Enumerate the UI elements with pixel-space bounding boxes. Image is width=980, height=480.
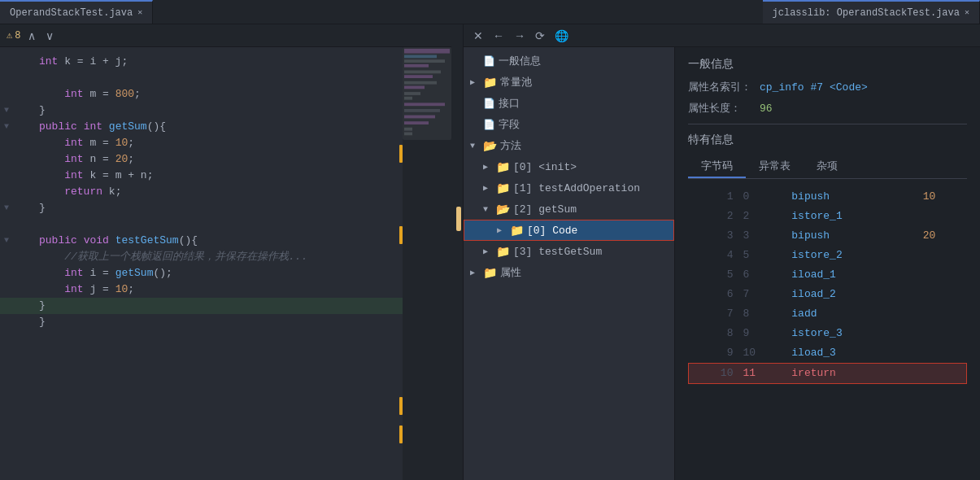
tab-misc[interactable]: 杂项 [804, 155, 851, 178]
scrollbar-thumb[interactable] [456, 207, 461, 231]
tree-item-general[interactable]: 📄 一般信息 [464, 50, 674, 72]
tab-editor-close[interactable]: ✕ [137, 9, 142, 17]
bc-row-4: 4 5 istore_2 [689, 246, 967, 265]
tree-label-testaddop: [1] testAddOperation [513, 182, 640, 194]
fold-btn-12[interactable]: ▼ [0, 233, 13, 249]
code-content-17: } [33, 314, 403, 330]
tab-exception-table[interactable]: 异常表 [746, 155, 804, 178]
jclasslib-body: 📄 一般信息 ▶ 📁 常量池 📄 接口 � [464, 47, 980, 480]
code-line-1: int k = i + j; [0, 54, 403, 70]
file-icon-interface: 📄 [483, 98, 495, 110]
tree-arrow-attrs: ▶ [470, 268, 480, 277]
folder-icon-testaddop: 📁 [496, 181, 510, 195]
forward-button[interactable]: → [512, 30, 527, 41]
code-line-3: int m = 800; [0, 86, 403, 103]
code-content-12: public void testGetSum(){ [33, 233, 403, 249]
tree-label-fields: 字段 [499, 117, 520, 132]
bc-row-6: 6 7 iload_2 [689, 285, 967, 304]
fold-btn-5[interactable]: ▼ [0, 119, 13, 135]
tree-arrow-testgetsum: ▶ [483, 247, 493, 256]
tab-editor-label: OperandStackTest.java [10, 7, 133, 19]
bc-instr-10: ireturn [786, 364, 917, 384]
bc-arg-10 [918, 364, 967, 384]
tab-bar: OperandStackTest.java ✕ jclasslib: Opera… [0, 0, 980, 24]
web-button[interactable]: 🌐 [553, 30, 570, 41]
code-content-11 [33, 216, 403, 233]
tree-item-getsum[interactable]: ▼ 📂 [2] getSum [464, 199, 674, 220]
bc-linenum-10: 10 [689, 364, 738, 384]
prev-warning-button[interactable]: ∧ [25, 29, 38, 42]
section-divider [688, 124, 967, 124]
tree-item-testaddop[interactable]: ▶ 📁 [1] testAddOperation [464, 177, 674, 199]
tree-item-interface[interactable]: 📄 接口 [464, 93, 674, 114]
bc-instr-5: iload_1 [786, 265, 917, 285]
tree-arrow-init: ▶ [483, 162, 493, 172]
bc-arg-4 [918, 246, 967, 265]
tree-item-attrs[interactable]: ▶ 📁 属性 [464, 262, 674, 283]
tree-label-constants: 常量池 [500, 75, 532, 89]
code-line-8: int k = m + n; [0, 168, 403, 184]
bc-offset-5: 6 [738, 265, 786, 285]
tree-item-fields[interactable]: 📄 字段 [464, 114, 674, 135]
tree-arrow-getsum: ▼ [483, 205, 493, 214]
main-area: ⚠ 8 ∧ ∨ int k = i + j; int m = 800; [0, 24, 980, 480]
tab-bytecode[interactable]: 字节码 [688, 155, 746, 178]
folder-icon-getsum: 📂 [496, 203, 510, 216]
code-line-15: int j = 10; [0, 281, 403, 298]
code-line-17: } [0, 314, 403, 330]
close-button[interactable]: ✕ [472, 30, 485, 41]
bc-arg-6 [918, 285, 967, 304]
bc-arg-5 [918, 265, 967, 285]
tree-label-methods: 方法 [500, 138, 521, 153]
code-content-16: } [33, 298, 403, 314]
code-line-13: //获取上一个栈帧返回的结果，并保存在操作栈... [0, 249, 403, 265]
warning-count: 8 [15, 30, 20, 41]
bc-linenum-5: 5 [689, 265, 738, 285]
tree-arrow-methods: ▼ [470, 142, 480, 151]
code-content-7: int n = 20; [33, 151, 403, 168]
bc-linenum-8: 8 [689, 324, 738, 343]
tree-item-methods[interactable]: ▼ 📂 方法 [464, 135, 674, 156]
warning-icon: ⚠ [7, 29, 12, 41]
special-info-title: 特有信息 [688, 133, 967, 147]
tree-item-code[interactable]: ▶ 📁 [0] Code [464, 220, 674, 241]
scrollbar-track[interactable] [451, 24, 463, 480]
bytecode-table: 1 0 bipush 10 2 2 istore_1 3 [688, 187, 967, 384]
fold-btn-10[interactable]: ▼ [0, 200, 13, 216]
tree-item-constants[interactable]: ▶ 📁 常量池 [464, 72, 674, 93]
code-content-13: //获取上一个栈帧返回的结果，并保存在操作栈... [33, 249, 403, 265]
jclasslib-pane: ✕ ← → ⟳ 🌐 📄 一般信息 ▶ 📁 常量池 [464, 24, 980, 480]
folder-icon-init: 📁 [496, 160, 510, 174]
code-line-16: } [0, 298, 403, 314]
tree-item-testgetsum[interactable]: ▶ 📁 [3] testGetSum [464, 241, 674, 262]
bc-linenum-3: 3 [689, 226, 738, 246]
code-content-6: int m = 10; [33, 135, 403, 151]
next-warning-button[interactable]: ∨ [43, 29, 56, 42]
attr-name-link[interactable]: <Code> [830, 81, 868, 94]
tab-editor[interactable]: OperandStackTest.java ✕ [0, 0, 153, 24]
bc-row-2: 2 2 istore_1 [689, 207, 967, 226]
bc-offset-3: 3 [738, 226, 786, 246]
code-area[interactable]: int k = i + j; int m = 800; ▼ } [0, 47, 463, 480]
back-button[interactable]: ← [491, 30, 506, 41]
refresh-button[interactable]: ⟳ [534, 30, 547, 41]
tab-jclasslib[interactable]: jclasslib: OperandStackTest.java ✕ [763, 0, 980, 24]
code-line-2 [0, 70, 403, 86]
editor-pane: ⚠ 8 ∧ ∨ int k = i + j; int m = 800; [0, 24, 464, 480]
bc-instr-8: istore_3 [786, 324, 917, 343]
bc-arg-1: 10 [918, 187, 967, 207]
code-content-2 [33, 70, 403, 86]
file-icon-fields: 📄 [483, 119, 495, 131]
code-content-9: return k; [33, 184, 403, 200]
fold-btn-4[interactable]: ▼ [0, 103, 13, 119]
bc-offset-6: 7 [738, 285, 786, 304]
tab-jclasslib-close[interactable]: ✕ [965, 9, 969, 17]
bc-row-3: 3 3 bipush 20 [689, 226, 967, 246]
attr-len-row: 属性长度： 96 [688, 101, 967, 116]
minimap [403, 47, 451, 480]
tree-item-init[interactable]: ▶ 📁 [0] <init> [464, 156, 674, 177]
attr-name-value: cp_info #7 [760, 81, 823, 94]
bc-linenum-1: 1 [689, 187, 738, 207]
tree-label-getsum: [2] getSum [513, 203, 577, 216]
attr-len-value: 96 [760, 103, 773, 115]
